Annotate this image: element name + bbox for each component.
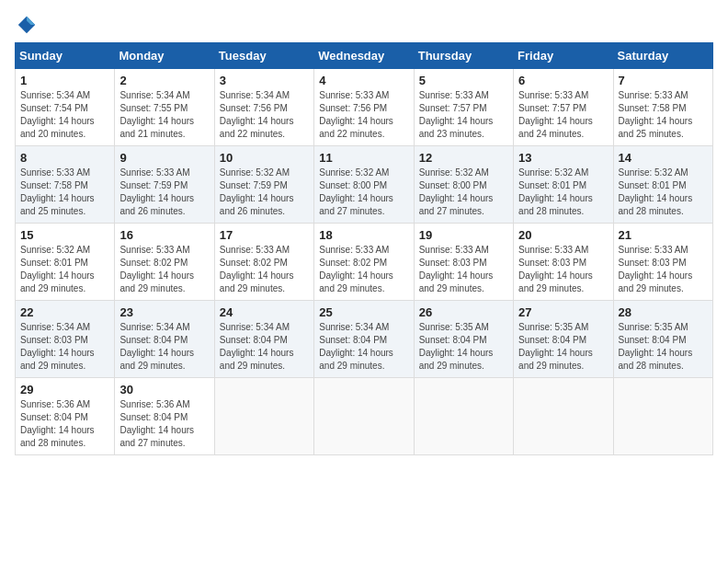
- day-number: 17: [220, 228, 309, 242]
- day-number: 28: [619, 305, 708, 319]
- day-number: 24: [220, 305, 309, 319]
- day-info: Sunrise: 5:32 AM Sunset: 8:00 PM Dayligh…: [319, 167, 408, 218]
- day-number: 22: [20, 305, 109, 319]
- day-info: Sunrise: 5:35 AM Sunset: 8:04 PM Dayligh…: [419, 321, 508, 373]
- day-info: Sunrise: 5:36 AM Sunset: 8:04 PM Dayligh…: [119, 398, 209, 450]
- calendar-day: 4Sunrise: 5:33 AM Sunset: 7:56 PM Daylig…: [314, 69, 414, 146]
- day-info: Sunrise: 5:34 AM Sunset: 7:55 PM Dayligh…: [119, 89, 209, 141]
- day-number: 27: [518, 305, 608, 319]
- calendar-header: SundayMondayTuesdayWednesdayThursdayFrid…: [16, 43, 713, 69]
- calendar-day: 22Sunrise: 5:34 AM Sunset: 8:03 PM Dayli…: [16, 301, 115, 378]
- calendar-week-3: 15Sunrise: 5:32 AM Sunset: 8:01 PM Dayli…: [16, 224, 713, 301]
- calendar-day: 19Sunrise: 5:33 AM Sunset: 8:03 PM Dayli…: [414, 224, 513, 301]
- calendar-day: 25Sunrise: 5:34 AM Sunset: 8:04 PM Dayli…: [314, 301, 414, 378]
- day-info: Sunrise: 5:33 AM Sunset: 7:57 PM Dayligh…: [419, 89, 508, 141]
- day-info: Sunrise: 5:34 AM Sunset: 8:04 PM Dayligh…: [119, 321, 209, 373]
- day-number: 5: [419, 74, 508, 87]
- day-number: 16: [119, 228, 209, 242]
- calendar-day: [514, 378, 613, 455]
- day-number: 12: [419, 151, 508, 165]
- calendar-week-1: 1Sunrise: 5:34 AM Sunset: 7:54 PM Daylig…: [16, 69, 713, 146]
- day-number: 14: [619, 151, 708, 165]
- day-number: 9: [119, 151, 209, 165]
- day-info: Sunrise: 5:33 AM Sunset: 8:02 PM Dayligh…: [319, 244, 408, 295]
- calendar-day: 28Sunrise: 5:35 AM Sunset: 8:04 PM Dayli…: [613, 301, 712, 378]
- day-info: Sunrise: 5:33 AM Sunset: 7:58 PM Dayligh…: [20, 167, 109, 218]
- day-number: 29: [20, 383, 109, 396]
- day-info: Sunrise: 5:33 AM Sunset: 7:57 PM Dayligh…: [518, 89, 608, 141]
- calendar-day: 17Sunrise: 5:33 AM Sunset: 8:02 PM Dayli…: [214, 224, 313, 301]
- calendar-day: 11Sunrise: 5:32 AM Sunset: 8:00 PM Dayli…: [314, 146, 414, 224]
- calendar-day: 5Sunrise: 5:33 AM Sunset: 7:57 PM Daylig…: [414, 69, 513, 146]
- day-info: Sunrise: 5:33 AM Sunset: 8:02 PM Dayligh…: [220, 244, 309, 295]
- day-info: Sunrise: 5:34 AM Sunset: 7:56 PM Dayligh…: [220, 89, 309, 141]
- day-info: Sunrise: 5:32 AM Sunset: 8:01 PM Dayligh…: [518, 167, 608, 218]
- day-number: 21: [619, 228, 708, 242]
- calendar-week-4: 22Sunrise: 5:34 AM Sunset: 8:03 PM Dayli…: [16, 301, 713, 378]
- calendar-day: 7Sunrise: 5:33 AM Sunset: 7:58 PM Daylig…: [613, 69, 712, 146]
- calendar-day: 29Sunrise: 5:36 AM Sunset: 8:04 PM Dayli…: [16, 378, 115, 455]
- day-info: Sunrise: 5:35 AM Sunset: 8:04 PM Dayligh…: [518, 321, 608, 373]
- calendar-day: [414, 378, 513, 455]
- calendar-day: [314, 378, 414, 455]
- calendar-day: 24Sunrise: 5:34 AM Sunset: 8:04 PM Dayli…: [214, 301, 313, 378]
- calendar-day: 2Sunrise: 5:34 AM Sunset: 7:55 PM Daylig…: [115, 69, 214, 146]
- day-info: Sunrise: 5:33 AM Sunset: 8:03 PM Dayligh…: [419, 244, 508, 295]
- day-number: 3: [220, 74, 309, 87]
- weekday-header-monday: Monday: [115, 43, 214, 69]
- day-info: Sunrise: 5:33 AM Sunset: 8:02 PM Dayligh…: [119, 244, 209, 295]
- weekday-header-friday: Friday: [514, 43, 613, 69]
- day-info: Sunrise: 5:34 AM Sunset: 8:04 PM Dayligh…: [220, 321, 309, 373]
- logo-icon: [17, 15, 37, 35]
- calendar-day: 26Sunrise: 5:35 AM Sunset: 8:04 PM Dayli…: [414, 301, 513, 378]
- calendar-day: 3Sunrise: 5:34 AM Sunset: 7:56 PM Daylig…: [214, 69, 313, 146]
- weekday-header-tuesday: Tuesday: [214, 43, 313, 69]
- weekday-header-thursday: Thursday: [414, 43, 513, 69]
- day-number: 19: [419, 228, 508, 242]
- day-number: 25: [319, 305, 408, 319]
- day-number: 30: [119, 383, 209, 396]
- day-number: 26: [419, 305, 508, 319]
- day-info: Sunrise: 5:33 AM Sunset: 8:03 PM Dayligh…: [518, 244, 608, 295]
- calendar-day: 30Sunrise: 5:36 AM Sunset: 8:04 PM Dayli…: [115, 378, 214, 455]
- weekday-header-saturday: Saturday: [613, 43, 712, 69]
- calendar-body: 1Sunrise: 5:34 AM Sunset: 7:54 PM Daylig…: [16, 69, 713, 455]
- day-info: Sunrise: 5:32 AM Sunset: 8:01 PM Dayligh…: [619, 167, 708, 218]
- day-number: 2: [119, 74, 209, 87]
- calendar-day: [613, 378, 712, 455]
- day-number: 15: [20, 228, 109, 242]
- weekday-header-wednesday: Wednesday: [314, 43, 414, 69]
- calendar-day: 10Sunrise: 5:32 AM Sunset: 7:59 PM Dayli…: [214, 146, 313, 224]
- calendar-day: 12Sunrise: 5:32 AM Sunset: 8:00 PM Dayli…: [414, 146, 513, 224]
- day-number: 10: [220, 151, 309, 165]
- day-number: 1: [20, 74, 109, 87]
- calendar-day: 6Sunrise: 5:33 AM Sunset: 7:57 PM Daylig…: [514, 69, 613, 146]
- day-info: Sunrise: 5:32 AM Sunset: 8:00 PM Dayligh…: [419, 167, 508, 218]
- calendar-day: 15Sunrise: 5:32 AM Sunset: 8:01 PM Dayli…: [16, 224, 115, 301]
- day-number: 8: [20, 151, 109, 165]
- day-info: Sunrise: 5:33 AM Sunset: 8:03 PM Dayligh…: [619, 244, 708, 295]
- day-number: 11: [319, 151, 408, 165]
- logo: [15, 15, 37, 31]
- day-info: Sunrise: 5:33 AM Sunset: 7:59 PM Dayligh…: [119, 167, 209, 218]
- calendar-day: 27Sunrise: 5:35 AM Sunset: 8:04 PM Dayli…: [514, 301, 613, 378]
- day-info: Sunrise: 5:36 AM Sunset: 8:04 PM Dayligh…: [20, 398, 109, 450]
- day-number: 20: [518, 228, 608, 242]
- day-info: Sunrise: 5:32 AM Sunset: 8:01 PM Dayligh…: [20, 244, 109, 295]
- calendar-day: 8Sunrise: 5:33 AM Sunset: 7:58 PM Daylig…: [16, 146, 115, 224]
- day-info: Sunrise: 5:34 AM Sunset: 7:54 PM Dayligh…: [20, 89, 109, 141]
- day-number: 18: [319, 228, 408, 242]
- calendar-day: 20Sunrise: 5:33 AM Sunset: 8:03 PM Dayli…: [514, 224, 613, 301]
- calendar-day: 18Sunrise: 5:33 AM Sunset: 8:02 PM Dayli…: [314, 224, 414, 301]
- calendar-week-2: 8Sunrise: 5:33 AM Sunset: 7:58 PM Daylig…: [16, 146, 713, 224]
- calendar-day: [214, 378, 313, 455]
- calendar-day: 9Sunrise: 5:33 AM Sunset: 7:59 PM Daylig…: [115, 146, 214, 224]
- calendar-day: 16Sunrise: 5:33 AM Sunset: 8:02 PM Dayli…: [115, 224, 214, 301]
- day-info: Sunrise: 5:34 AM Sunset: 8:03 PM Dayligh…: [20, 321, 109, 373]
- weekday-header-sunday: Sunday: [16, 43, 115, 69]
- weekday-header-row: SundayMondayTuesdayWednesdayThursdayFrid…: [16, 43, 713, 69]
- calendar-day: 1Sunrise: 5:34 AM Sunset: 7:54 PM Daylig…: [16, 69, 115, 146]
- day-info: Sunrise: 5:33 AM Sunset: 7:58 PM Dayligh…: [619, 89, 708, 141]
- day-number: 7: [619, 74, 708, 87]
- day-info: Sunrise: 5:34 AM Sunset: 8:04 PM Dayligh…: [319, 321, 408, 373]
